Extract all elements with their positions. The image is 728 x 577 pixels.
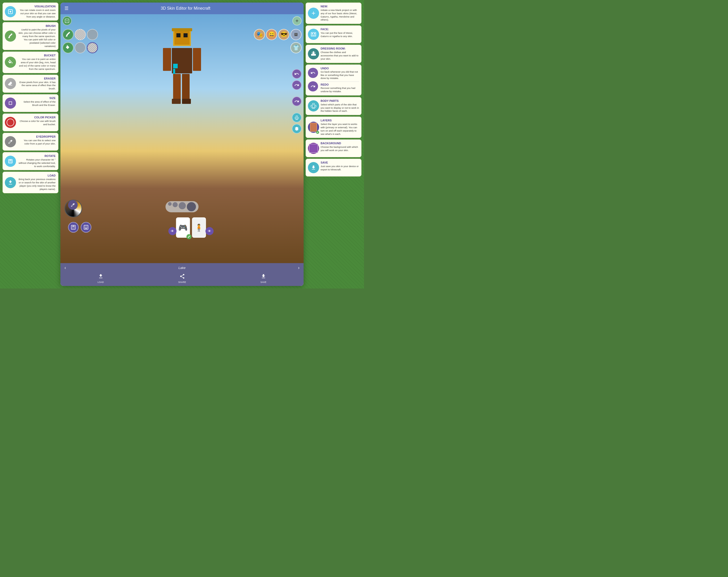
right-side-tools (292, 69, 302, 133)
face-card-title: FACE: (320, 28, 359, 31)
redo-button[interactable] (292, 80, 302, 90)
center-panel: ☰ 3D Skin Editor for Minecraft (60, 3, 304, 286)
add-face-button[interactable] (290, 29, 302, 40)
rotate-text: Rotates your character 90 ° without chan… (18, 158, 56, 168)
preview-thumb-2[interactable]: 🧍 (192, 218, 206, 238)
new-title: NEW: (320, 5, 359, 8)
eraser-title: ERASER (18, 77, 56, 80)
eyedropper-screen-btn[interactable] (68, 200, 78, 210)
eraser-icon (5, 78, 16, 89)
size-small[interactable] (168, 202, 172, 206)
app-body: 🎭 😄 😎 (60, 14, 304, 263)
preview-2-container: 🧍 (192, 218, 206, 238)
swatch-4[interactable] (87, 42, 98, 53)
bg-prev-button[interactable]: ‹ (64, 265, 66, 271)
rotate-right-button[interactable] (81, 222, 92, 233)
redo-section-text: Recover something that you had undone by… (320, 86, 359, 93)
accessory-btn[interactable]: 👕 (290, 42, 302, 53)
eye-left[interactable]: 👁 (168, 227, 176, 235)
undo-icon (308, 68, 318, 78)
redo-section-title: REDO (320, 83, 359, 86)
dressing-room-text: Choose the clothes and accessories that … (320, 51, 359, 60)
eyedropper-title: EYEDROPPER (18, 135, 56, 138)
undo-section: UNDO Go back whenever you did that not l… (320, 67, 359, 80)
svg-rect-17 (182, 99, 191, 104)
svg-rect-28 (312, 108, 313, 109)
save-card-icon (308, 162, 319, 173)
load-action-icon (98, 274, 104, 280)
size-text: Select the area of effect of the Brush a… (18, 100, 56, 107)
load-icon (5, 177, 16, 188)
eraser-card: ERASER Erase pixels from your skin. It h… (3, 75, 58, 93)
size-title: SIZE (18, 97, 56, 100)
rotate-left-button[interactable] (68, 222, 79, 233)
size-card: SIZE Select the area of effect of the Br… (3, 94, 58, 112)
face-2[interactable]: 😄 (266, 29, 277, 40)
body-parts-button[interactable] (292, 113, 302, 122)
svg-rect-21 (296, 119, 296, 120)
color-picker-title: COLOR PICKER (18, 116, 56, 119)
eyedropper-icon (5, 136, 16, 147)
background-card-icon (308, 143, 319, 154)
share-action-button[interactable]: SHARE (178, 274, 186, 283)
brush-icon (5, 30, 16, 42)
svg-rect-1 (9, 102, 12, 105)
svg-rect-10 (173, 64, 178, 68)
hamburger-menu[interactable]: ☰ (64, 6, 69, 11)
color-swatch-1[interactable] (75, 29, 86, 40)
size-large[interactable] (179, 202, 186, 209)
rotate-icon (5, 156, 16, 167)
bg-selector: ‹ Lake › (60, 264, 304, 272)
layers-card-text: Select the layer you want to works with … (320, 123, 359, 135)
new-text: Initiate a new blank project or with any… (320, 9, 359, 22)
swatch-3[interactable] (75, 42, 86, 53)
bucket-card: BUCKET You can use it to paint an entire… (3, 52, 58, 73)
svg-rect-20 (297, 117, 298, 119)
share-action-icon (179, 274, 185, 280)
new-project-button[interactable] (292, 16, 302, 25)
view-3d-button[interactable] (62, 16, 72, 25)
body-parts-card-title: BODY PARTS (320, 99, 359, 102)
visualization-title: VISUALIZATION (18, 5, 56, 8)
bucket-tool-button[interactable] (62, 42, 74, 53)
bucket-icon (5, 57, 16, 68)
eye-right[interactable]: 👁 (205, 227, 213, 235)
layers-button[interactable] (292, 124, 302, 133)
rotate-title: ROTATE (18, 154, 56, 157)
dressing-room-card: DRESSING ROOM: Choose the clothes and ac… (306, 45, 361, 63)
preview-area: 👁 🎮 🧍 � (176, 218, 206, 238)
save-action-button[interactable]: SAVE (260, 274, 266, 283)
color-swatch-2[interactable] (87, 29, 98, 40)
card-divider (320, 81, 359, 82)
visualization-icon (5, 6, 16, 17)
brush-title: BRUSH (18, 24, 56, 27)
layers-card-title: LAYERS (320, 119, 359, 122)
app-screen: ☰ 3D Skin Editor for Minecraft (60, 3, 304, 286)
bottom-rotate-tools (68, 222, 92, 233)
svg-rect-27 (315, 105, 316, 107)
body-parts-card-icon (308, 100, 319, 111)
load-action-button[interactable]: LOAD (98, 274, 104, 283)
preview-1-container: 👁 🎮 (176, 218, 190, 238)
svg-rect-19 (295, 117, 296, 119)
brush-tool-button[interactable] (62, 29, 74, 40)
size-selector-row (165, 201, 199, 212)
size-icon (5, 98, 16, 109)
preview-edit-1[interactable] (186, 234, 191, 239)
app-title: 3D Skin Editor for Minecraft (72, 6, 300, 11)
face-3[interactable]: 😎 (278, 29, 289, 40)
undo-button[interactable] (292, 69, 302, 79)
save-card: SAVE Just save you skin in your device o… (306, 159, 361, 176)
size-medium[interactable] (173, 202, 178, 207)
redo-button-2[interactable] (292, 97, 302, 106)
toolbar-left (62, 16, 72, 25)
bg-next-button[interactable]: › (298, 265, 300, 271)
load-title: LOAD (18, 174, 56, 177)
layers-card: LAYERS Select the layer you want to work… (306, 117, 361, 138)
svg-rect-14 (173, 74, 181, 99)
face-1[interactable]: 🎭 (254, 29, 265, 40)
svg-rect-29 (314, 108, 315, 109)
svg-rect-15 (182, 74, 190, 99)
size-xlarge[interactable] (187, 202, 196, 211)
dressing-room-title: DRESSING ROOM: (320, 47, 359, 50)
